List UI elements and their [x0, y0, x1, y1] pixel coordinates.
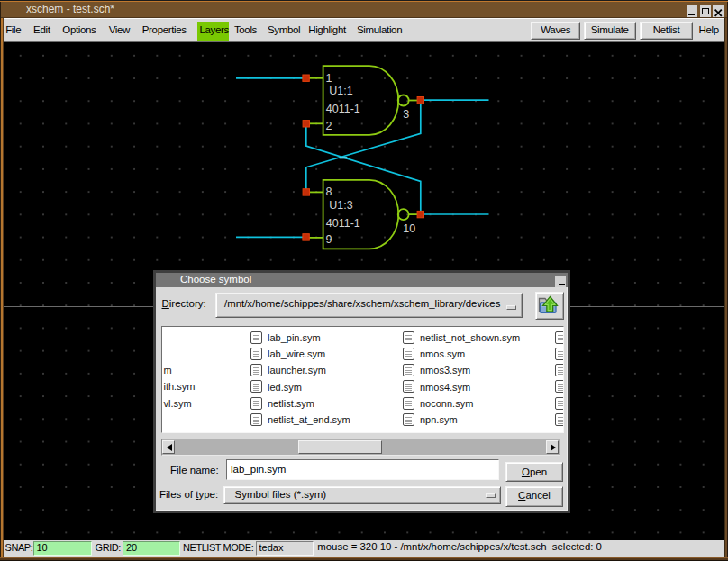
svg-text:4011-1: 4011-1 — [326, 217, 360, 230]
svg-text:8: 8 — [326, 185, 332, 198]
svg-text:U1:1: U1:1 — [329, 85, 352, 97]
svg-text:4011-1: 4011-1 — [326, 103, 360, 115]
svg-text:9: 9 — [326, 233, 332, 246]
svg-text:1: 1 — [326, 72, 332, 85]
svg-text:10: 10 — [403, 222, 415, 235]
svg-text:U1:3: U1:3 — [329, 199, 352, 212]
svg-text:2: 2 — [326, 120, 332, 132]
svg-text:3: 3 — [403, 108, 409, 121]
